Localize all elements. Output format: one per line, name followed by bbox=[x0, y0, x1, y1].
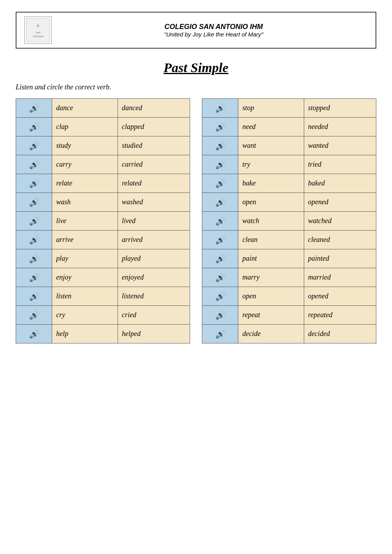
verb-cell: repeat bbox=[238, 306, 304, 325]
speaker-icon-cell[interactable] bbox=[202, 325, 238, 343]
speaker-icon[interactable] bbox=[215, 291, 225, 301]
speaker-icon-cell[interactable] bbox=[16, 155, 52, 174]
past-cell: clapped bbox=[118, 118, 190, 136]
past-cell: opened bbox=[304, 193, 376, 212]
speaker-icon[interactable] bbox=[29, 291, 39, 301]
verb-cell: live bbox=[52, 212, 118, 231]
past-cell: cried bbox=[118, 306, 190, 325]
verb-cell: cry bbox=[52, 306, 118, 325]
svg-text:⛪: ⛪ bbox=[36, 23, 40, 27]
speaker-icon[interactable] bbox=[215, 216, 225, 226]
verb-cell: help bbox=[52, 325, 118, 343]
verb-cell: paint bbox=[238, 249, 304, 268]
speaker-icon[interactable] bbox=[29, 329, 39, 339]
svg-text:ANTONIO: ANTONIO bbox=[33, 35, 44, 38]
speaker-icon-cell[interactable] bbox=[16, 268, 52, 287]
right-table: stopstoppedneedneededwantwantedtrytriedb… bbox=[202, 98, 376, 343]
table-row: arrivearrived bbox=[16, 231, 190, 249]
speaker-icon-cell[interactable] bbox=[202, 287, 238, 306]
past-cell: watched bbox=[304, 212, 376, 231]
speaker-icon[interactable] bbox=[29, 122, 39, 132]
speaker-icon-cell[interactable] bbox=[16, 99, 52, 118]
speaker-icon-cell[interactable] bbox=[16, 174, 52, 193]
speaker-icon[interactable] bbox=[29, 254, 39, 263]
speaker-icon-cell[interactable] bbox=[202, 99, 238, 118]
speaker-icon[interactable] bbox=[215, 254, 225, 263]
verb-cell: clean bbox=[238, 231, 304, 249]
speaker-icon[interactable] bbox=[29, 197, 39, 207]
svg-rect-0 bbox=[26, 18, 50, 42]
speaker-icon[interactable] bbox=[215, 272, 225, 282]
table-row: wantwanted bbox=[202, 136, 376, 155]
speaker-icon[interactable] bbox=[215, 197, 225, 207]
speaker-icon-cell[interactable] bbox=[16, 212, 52, 231]
table-row: openopened bbox=[202, 193, 376, 212]
table-row: dancedanced bbox=[16, 99, 190, 118]
speaker-icon[interactable] bbox=[29, 160, 39, 169]
past-cell: needed bbox=[304, 118, 376, 136]
past-cell: painted bbox=[304, 249, 376, 268]
speaker-icon-cell[interactable] bbox=[16, 306, 52, 325]
past-cell: carried bbox=[118, 155, 190, 174]
speaker-icon[interactable] bbox=[215, 103, 225, 113]
speaker-icon[interactable] bbox=[29, 178, 39, 188]
speaker-icon-cell[interactable] bbox=[202, 155, 238, 174]
tables-container: dancedancedclapclappedstudystudiedcarryc… bbox=[16, 98, 376, 343]
table-row: playplayed bbox=[16, 249, 190, 268]
past-cell: stopped bbox=[304, 99, 376, 118]
past-cell: washed bbox=[118, 193, 190, 212]
speaker-icon[interactable] bbox=[29, 216, 39, 226]
speaker-icon[interactable] bbox=[29, 103, 39, 113]
past-cell: lived bbox=[118, 212, 190, 231]
speaker-icon[interactable] bbox=[215, 310, 225, 320]
verb-cell: decide bbox=[238, 325, 304, 343]
speaker-icon[interactable] bbox=[29, 272, 39, 282]
speaker-icon-cell[interactable] bbox=[16, 231, 52, 249]
speaker-icon-cell[interactable] bbox=[16, 249, 52, 268]
table-row: clapclapped bbox=[16, 118, 190, 136]
past-cell: played bbox=[118, 249, 190, 268]
speaker-icon-cell[interactable] bbox=[202, 249, 238, 268]
speaker-icon[interactable] bbox=[215, 141, 225, 151]
past-cell: enjoyed bbox=[118, 268, 190, 287]
speaker-icon-cell[interactable] bbox=[16, 118, 52, 136]
past-cell: cleaned bbox=[304, 231, 376, 249]
speaker-icon[interactable] bbox=[215, 160, 225, 169]
speaker-icon-cell[interactable] bbox=[202, 268, 238, 287]
speaker-icon[interactable] bbox=[215, 178, 225, 188]
speaker-icon[interactable] bbox=[29, 141, 39, 151]
speaker-icon[interactable] bbox=[215, 329, 225, 339]
table-row: studystudied bbox=[16, 136, 190, 155]
table-row: paintpainted bbox=[202, 249, 376, 268]
past-cell: helped bbox=[118, 325, 190, 343]
table-row: bakebaked bbox=[202, 174, 376, 193]
speaker-icon-cell[interactable] bbox=[202, 212, 238, 231]
past-cell: studied bbox=[118, 136, 190, 155]
verb-cell: open bbox=[238, 287, 304, 306]
header: ⛪ SAN ANTONIO COLEGIO SAN ANTONIO IHM "U… bbox=[16, 12, 376, 49]
speaker-icon-cell[interactable] bbox=[16, 325, 52, 343]
speaker-icon-cell[interactable] bbox=[16, 287, 52, 306]
svg-text:SAN: SAN bbox=[36, 31, 41, 34]
speaker-icon[interactable] bbox=[29, 235, 39, 245]
speaker-icon-cell[interactable] bbox=[16, 136, 52, 155]
speaker-icon-cell[interactable] bbox=[16, 193, 52, 212]
speaker-icon-cell[interactable] bbox=[202, 231, 238, 249]
speaker-icon[interactable] bbox=[29, 310, 39, 320]
school-motto: "United by Joy Like the Heart of Mary" bbox=[60, 31, 368, 38]
verb-cell: want bbox=[238, 136, 304, 155]
verb-cell: arrive bbox=[52, 231, 118, 249]
speaker-icon[interactable] bbox=[215, 122, 225, 132]
past-cell: tried bbox=[304, 155, 376, 174]
speaker-icon-cell[interactable] bbox=[202, 306, 238, 325]
speaker-icon-cell[interactable] bbox=[202, 136, 238, 155]
speaker-icon-cell[interactable] bbox=[202, 193, 238, 212]
table-row: needneeded bbox=[202, 118, 376, 136]
speaker-icon[interactable] bbox=[215, 235, 225, 245]
table-row: listenlistened bbox=[16, 287, 190, 306]
past-cell: related bbox=[118, 174, 190, 193]
speaker-icon-cell[interactable] bbox=[202, 174, 238, 193]
speaker-icon-cell[interactable] bbox=[202, 118, 238, 136]
past-cell: arrived bbox=[118, 231, 190, 249]
table-row: enjoyenjoyed bbox=[16, 268, 190, 287]
